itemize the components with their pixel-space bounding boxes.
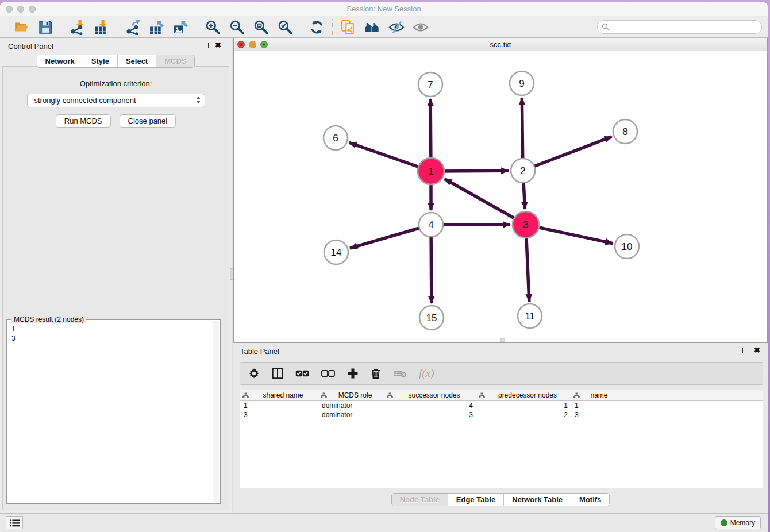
tab-node-table[interactable]: Node Table: [392, 494, 448, 506]
edge-3-1[interactable]: [445, 179, 526, 225]
control-panel: Control Panel ✖ NetworkStyleSelectMCDS O…: [0, 38, 232, 513]
node-table[interactable]: shared nameMCDS rolesuccessor nodesprede…: [240, 390, 763, 488]
graph-node-3[interactable]: 3: [513, 211, 539, 238]
column-header-shared-name[interactable]: shared name: [240, 390, 318, 400]
zoom-out-icon[interactable]: [229, 19, 245, 35]
graph-node-15[interactable]: 15: [419, 306, 444, 330]
float-table-panel-icon[interactable]: [742, 348, 748, 353]
search-input[interactable]: [597, 20, 762, 34]
tab-select[interactable]: Select: [117, 55, 156, 67]
deselect-all-columns-icon[interactable]: [321, 366, 335, 381]
zoom-selected-icon[interactable]: [277, 19, 293, 35]
svg-text:8: 8: [622, 126, 627, 137]
select-all-columns-icon[interactable]: [295, 366, 309, 381]
graph-node-7[interactable]: 7: [418, 72, 442, 97]
graph-node-10[interactable]: 10: [615, 234, 639, 259]
memory-button[interactable]: Memory: [715, 516, 761, 529]
open-session-icon[interactable]: [13, 19, 29, 35]
svg-text:3: 3: [523, 219, 528, 230]
zoom-fit-icon[interactable]: [253, 19, 269, 35]
network-minimize-icon[interactable]: −: [249, 41, 256, 48]
search-icon: [602, 23, 610, 31]
table-cell[interactable]: 2: [476, 410, 571, 419]
graph-node-6[interactable]: 6: [324, 126, 348, 150]
table-cell[interactable]: 3: [240, 410, 318, 419]
column-type-icon: [321, 392, 327, 399]
export-image-icon[interactable]: [173, 19, 189, 35]
delete-column-icon[interactable]: [371, 366, 381, 381]
task-history-button[interactable]: [6, 516, 23, 529]
criterion-dropdown-value: strongly connected component: [34, 96, 136, 105]
column-header-MCDS-role[interactable]: MCDS role: [318, 390, 384, 400]
graph-node-11[interactable]: 11: [518, 304, 542, 328]
minimize-window-icon[interactable]: [17, 6, 24, 13]
network-window-title: scc.txt: [234, 38, 767, 51]
table-cell[interactable]: dominator: [318, 401, 384, 410]
canvas-resize-grip[interactable]: [500, 338, 505, 342]
column-type-icon: [573, 392, 580, 399]
import-network-icon[interactable]: [69, 19, 85, 35]
graph-node-8[interactable]: 8: [613, 119, 637, 144]
close-window-icon[interactable]: [6, 6, 13, 13]
edge-2-8[interactable]: [523, 137, 612, 171]
close-table-panel-icon[interactable]: ✖: [754, 346, 760, 354]
network-window-titlebar[interactable]: ✕ − + scc.txt: [234, 38, 767, 51]
mcds-result-text[interactable]: 1 3: [11, 325, 212, 502]
svg-text:11: 11: [525, 311, 535, 322]
float-panel-icon[interactable]: [203, 43, 209, 48]
network-close-icon[interactable]: ✕: [237, 41, 245, 48]
delete-table-icon[interactable]: [393, 366, 407, 381]
import-table-icon[interactable]: [93, 19, 109, 35]
table-cell[interactable]: 1: [571, 401, 619, 410]
graph-node-1[interactable]: 1: [418, 158, 444, 184]
mcds-tab-content: Optimization criterion: strongly connect…: [2, 66, 229, 510]
table-cell[interactable]: 1: [476, 401, 571, 410]
save-session-icon[interactable]: [37, 19, 53, 35]
clone-network-icon[interactable]: [340, 19, 356, 35]
title-bar: Session: New Session: [0, 2, 768, 16]
table-settings-gear-icon[interactable]: [248, 366, 260, 381]
column-header-name[interactable]: name: [571, 390, 619, 400]
column-header-successor-nodes[interactable]: successor nodes: [384, 390, 476, 400]
tab-network[interactable]: Network: [37, 55, 83, 67]
table-cell[interactable]: 1: [240, 401, 318, 410]
graph-node-2[interactable]: 2: [511, 159, 535, 183]
zoom-window-icon[interactable]: [29, 6, 36, 13]
tab-network-table[interactable]: Network Table: [503, 494, 571, 506]
network-maximize-icon[interactable]: +: [260, 41, 268, 48]
table-row[interactable]: 1dominator411: [240, 401, 763, 410]
function-builder-icon[interactable]: f(x): [419, 366, 434, 381]
network-canvas[interactable]: 1234678910111415: [234, 51, 767, 342]
column-header-predecessor-nodes[interactable]: predecessor nodes: [476, 390, 571, 400]
table-cell[interactable]: 3: [571, 410, 619, 419]
close-panel-button[interactable]: Close panel: [120, 114, 176, 128]
table-row[interactable]: 3dominator323: [240, 410, 763, 419]
column-type-icon: [479, 392, 485, 399]
result-scrollbar[interactable]: [213, 321, 219, 502]
close-panel-icon[interactable]: ✖: [215, 41, 221, 49]
tab-motifs[interactable]: Motifs: [571, 494, 609, 506]
create-column-icon[interactable]: [347, 366, 359, 381]
graph-node-9[interactable]: 9: [510, 71, 534, 95]
table-cell[interactable]: dominator: [318, 410, 384, 419]
graph-node-4[interactable]: 4: [419, 213, 443, 237]
export-network-icon[interactable]: [125, 19, 141, 35]
tab-mcds[interactable]: MCDS: [156, 55, 194, 67]
tab-style[interactable]: Style: [83, 55, 117, 67]
hide-details-icon[interactable]: [388, 19, 405, 35]
graph-node-14[interactable]: 14: [324, 240, 348, 264]
criterion-dropdown[interactable]: strongly connected component: [27, 94, 205, 107]
export-table-icon[interactable]: [149, 19, 165, 35]
network-overview-icon[interactable]: [364, 19, 380, 35]
table-cell[interactable]: 3: [384, 410, 476, 419]
split-panel-icon[interactable]: [272, 366, 283, 381]
table-cell[interactable]: 4: [384, 401, 476, 410]
tab-edge-table[interactable]: Edge Table: [448, 494, 503, 506]
run-mcds-button[interactable]: Run MCDS: [56, 114, 111, 128]
column-type-icon: [387, 392, 393, 399]
dropdown-stepper-icon: [196, 97, 201, 103]
apply-layout-icon[interactable]: [309, 19, 325, 35]
zoom-in-icon[interactable]: [205, 19, 221, 35]
network-graph[interactable]: 1234678910111415: [234, 51, 767, 342]
show-details-icon[interactable]: [413, 19, 429, 35]
